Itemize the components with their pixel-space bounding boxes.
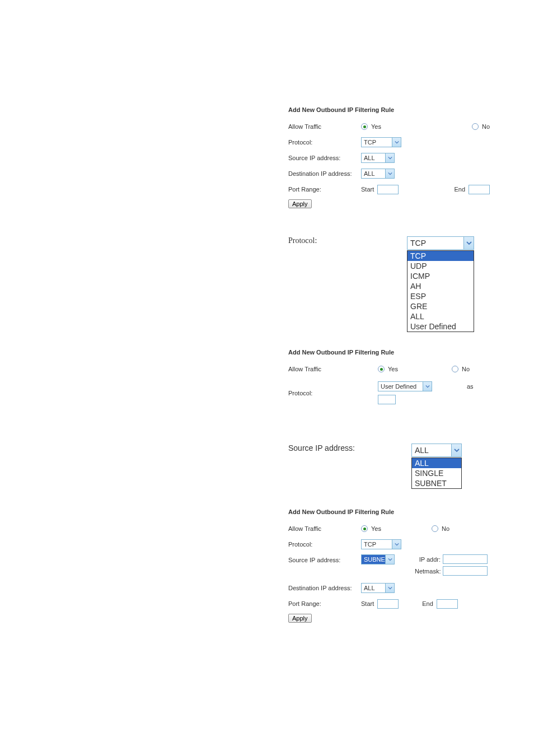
protocol-option[interactable]: ALL [407, 311, 474, 321]
allow-traffic-yes-label: Yes [371, 525, 381, 532]
allow-traffic-label: Allow Traffic [288, 123, 361, 130]
protocol-select-value: TCP [362, 138, 392, 147]
port-end-label: End [454, 186, 465, 193]
chevron-down-icon [423, 382, 432, 391]
protocol-option[interactable]: AH [407, 281, 474, 291]
allow-traffic-no-label: No [442, 525, 449, 532]
protocol-option[interactable]: UDP [407, 261, 474, 271]
srcip_detail.options.2[interactable]: SUBNET [412, 478, 461, 488]
ip-addr-label: IP addr: [415, 556, 441, 563]
srcip-dropdown-detail: Source IP address: ALL ALL SINGLE SUBNET [288, 444, 490, 489]
dst-ip-select[interactable]: ALL [361, 583, 395, 593]
protocol-select[interactable]: User Defined [378, 381, 432, 391]
port-end-input[interactable] [469, 185, 490, 194]
allow-traffic-no-label: No [482, 123, 490, 130]
src-ip-select-value: SUBNET [362, 555, 385, 564]
protocol-option-list: TCP UDP ICMP AH ESP GRE ALL User Defined [407, 250, 474, 332]
src-ip-label: Source IP address: [288, 554, 361, 563]
allow-traffic-yes-label: Yes [371, 123, 381, 130]
protocol-label: Protocol: [288, 139, 361, 146]
port-start-input[interactable] [377, 599, 399, 609]
dst-ip-select-value: ALL [362, 584, 385, 592]
allow-traffic-no-label: No [462, 366, 470, 372]
dst-ip-label: Destination IP address: [288, 585, 361, 591]
protocol-label: Protocol: [288, 390, 378, 396]
srcip-option[interactable]: SINGLE [412, 468, 461, 478]
protocol-option[interactable]: TCP [407, 251, 474, 261]
chevron-down-icon [451, 444, 461, 456]
allow-traffic-yes-label: Yes [388, 366, 398, 372]
dst-ip-label: Destination IP address: [288, 170, 361, 177]
protocol-select[interactable]: TCP [361, 137, 401, 147]
protocol-option[interactable]: GRE [407, 301, 474, 311]
chevron-down-icon [385, 169, 394, 178]
form1-heading: Add New Outbound IP Filtering Rule [288, 106, 490, 113]
protocol-detail-label: Protocol: [288, 236, 407, 245]
allow-traffic-yes-radio[interactable] [361, 525, 368, 532]
protocol-option[interactable]: User Defined [407, 321, 474, 332]
src-ip-select[interactable]: ALL [361, 153, 395, 163]
srcip-big-select-value: ALL [412, 444, 451, 456]
srcip-detail-label: Source IP address: [288, 444, 411, 452]
chevron-down-icon [392, 138, 401, 147]
protocol-select-value: User Defined [378, 382, 423, 391]
form-add-outbound-rule-2: Add New Outbound IP Filtering Rule Allow… [288, 349, 490, 404]
port-end-label: End [422, 600, 433, 607]
src-ip-label: Source IP address: [288, 155, 361, 161]
protocol-big-select-value: TCP [407, 237, 463, 249]
port-start-input[interactable] [377, 185, 399, 194]
allow-traffic-yes-radio[interactable] [361, 123, 368, 130]
port-start-label: Start [361, 600, 374, 607]
netmask-label: Netmask: [415, 568, 441, 575]
protocol-option[interactable]: ICMP [407, 271, 474, 281]
srcip-big-select[interactable]: ALL [411, 444, 462, 457]
protocol-big-select[interactable]: TCP [407, 236, 474, 250]
chevron-down-icon [385, 153, 394, 162]
protocol-select[interactable]: TCP [361, 539, 401, 549]
apply-button[interactable]: Apply [288, 199, 312, 208]
chevron-down-icon [385, 555, 394, 564]
protocol-option[interactable]: ESP [407, 291, 474, 301]
protocol-select-value: TCP [362, 540, 392, 549]
form3-heading: Add New Outbound IP Filtering Rule [288, 508, 490, 515]
protocol-dropdown-detail: Protocol: TCP TCP UDP ICMP AH ESP [288, 236, 490, 332]
form-add-outbound-rule-1: Add New Outbound IP Filtering Rule Allow… [288, 106, 490, 208]
netmask-input[interactable] [443, 566, 488, 576]
allow-traffic-label: Allow Traffic [288, 525, 361, 532]
allow-traffic-yes-radio[interactable] [378, 366, 385, 372]
srcip-option-list: ALL SINGLE SUBNET [411, 458, 462, 489]
chevron-down-icon [463, 237, 474, 249]
protocol-label: Protocol: [288, 541, 361, 548]
src-ip-select-value: ALL [362, 153, 385, 162]
as-label: as [467, 383, 474, 390]
allow-traffic-no-radio[interactable] [452, 366, 458, 372]
form2-heading: Add New Outbound IP Filtering Rule [288, 349, 490, 356]
port-range-label: Port Range: [288, 186, 361, 193]
dst-ip-select-value: ALL [362, 169, 385, 178]
allow-traffic-label: Allow Traffic [288, 366, 378, 372]
port-end-input[interactable] [437, 599, 458, 609]
allow-traffic-no-radio[interactable] [472, 123, 479, 130]
port-range-label: Port Range: [288, 600, 361, 607]
allow-traffic-no-radio[interactable] [432, 525, 438, 532]
chevron-down-icon [385, 584, 394, 592]
protocol-as-input[interactable] [378, 395, 396, 404]
ip-addr-input[interactable] [443, 554, 488, 564]
chevron-down-icon [392, 540, 401, 549]
port-start-label: Start [361, 186, 374, 193]
srcip-option[interactable]: ALL [412, 458, 461, 468]
dst-ip-select[interactable]: ALL [361, 169, 395, 179]
apply-button[interactable]: Apply [288, 614, 312, 623]
form-add-outbound-rule-3: Add New Outbound IP Filtering Rule Allow… [288, 508, 490, 623]
src-ip-select[interactable]: SUBNET [361, 554, 395, 564]
